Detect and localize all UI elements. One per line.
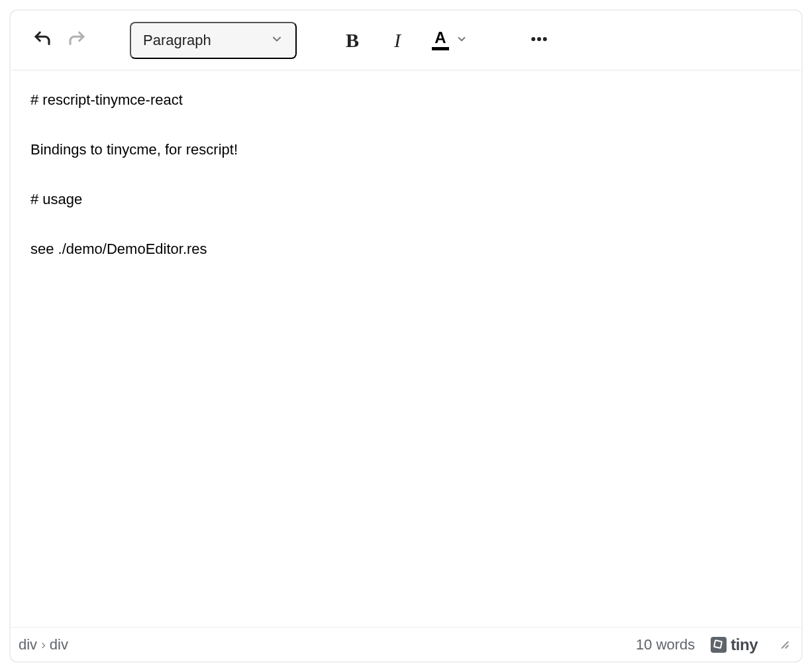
toolbar: Paragraph B I A	[11, 11, 801, 70]
more-button[interactable]	[523, 25, 555, 56]
svg-point-0	[531, 37, 535, 41]
svg-point-2	[543, 37, 547, 41]
more-horizontal-icon	[529, 29, 549, 51]
redo-button[interactable]	[61, 25, 93, 56]
italic-button[interactable]: I	[381, 25, 413, 56]
chevron-right-icon: ›	[41, 637, 46, 652]
breadcrumb-item[interactable]: div	[19, 636, 37, 653]
content-paragraph[interactable]: # usage	[30, 188, 782, 210]
chevron-down-icon	[270, 32, 283, 48]
statusbar: div › div 10 words tiny	[11, 627, 801, 661]
breadcrumb-item[interactable]: div	[50, 636, 68, 653]
tiny-logo-icon	[711, 637, 727, 653]
svg-line-4	[786, 645, 787, 647]
element-path[interactable]: div › div	[19, 636, 68, 653]
status-right: 10 words tiny	[636, 636, 789, 654]
svg-point-1	[537, 37, 541, 41]
content-paragraph[interactable]: Bindings to tinycme, for rescript!	[30, 139, 782, 160]
chevron-down-icon	[456, 33, 468, 47]
history-group	[26, 25, 93, 56]
editor-content[interactable]: # rescript-tinymce-react Bindings to tin…	[11, 70, 801, 627]
bold-icon: B	[346, 29, 359, 52]
format-group: B I A	[336, 25, 555, 56]
word-count[interactable]: 10 words	[636, 636, 695, 653]
block-format-selector[interactable]: Paragraph	[130, 22, 297, 59]
undo-icon	[32, 29, 52, 51]
content-paragraph[interactable]: # rescript-tinymce-react	[30, 89, 782, 111]
block-format-label: Paragraph	[143, 32, 211, 49]
italic-icon: I	[394, 29, 401, 52]
undo-button[interactable]	[26, 25, 58, 56]
editor-container: Paragraph B I A	[9, 9, 803, 663]
content-paragraph[interactable]: see ./demo/DemoEditor.res	[30, 238, 782, 260]
tiny-branding[interactable]: tiny	[711, 636, 758, 654]
text-color-button[interactable]: A	[427, 25, 473, 56]
text-color-icon: A	[432, 30, 449, 50]
tiny-logo-text: tiny	[731, 636, 758, 654]
resize-handle[interactable]	[778, 636, 789, 653]
bold-button[interactable]: B	[336, 25, 368, 56]
redo-icon	[67, 29, 87, 51]
